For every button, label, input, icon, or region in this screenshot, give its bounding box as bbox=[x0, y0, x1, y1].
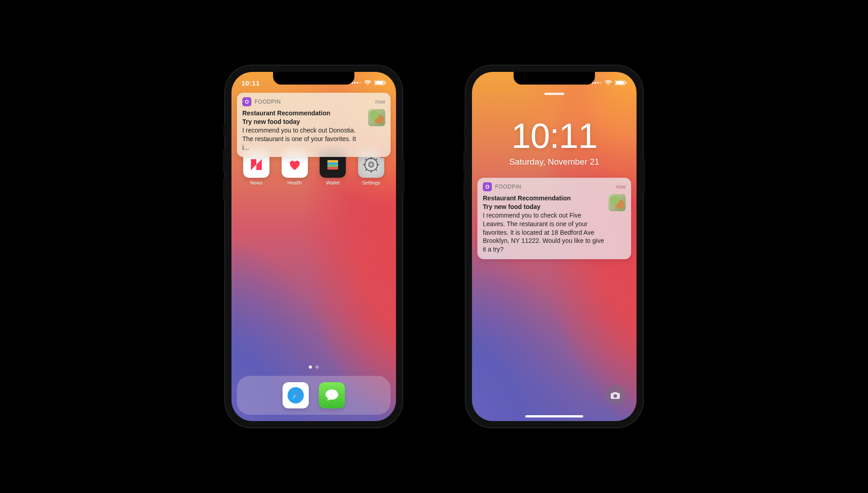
wifi-icon bbox=[364, 80, 372, 85]
cellular-signal-icon bbox=[351, 82, 361, 84]
safari-icon bbox=[285, 385, 306, 406]
lock-screen-time: 10:11 bbox=[472, 115, 637, 156]
svg-line-13 bbox=[375, 169, 377, 171]
notch bbox=[514, 72, 595, 85]
cellular-signal-icon bbox=[592, 82, 602, 84]
app-messages[interactable] bbox=[319, 382, 345, 408]
svg-point-17 bbox=[370, 163, 373, 166]
notification-subtitle: Try new food today bbox=[242, 118, 363, 126]
notification-message: I recommend you to check out Five Leaves… bbox=[483, 211, 604, 254]
notification-banner[interactable]: O FOODPIN now Restaurant Recommendation … bbox=[477, 178, 631, 259]
svg-rect-23 bbox=[616, 81, 624, 85]
notch bbox=[273, 72, 354, 85]
notification-title: Restaurant Recommendation bbox=[242, 109, 363, 118]
camera-button[interactable] bbox=[605, 385, 626, 406]
page-dot-active bbox=[309, 365, 312, 369]
mute-switch[interactable] bbox=[464, 124, 466, 137]
notification-app-icon-letter: O bbox=[486, 184, 490, 190]
messages-icon bbox=[323, 387, 340, 404]
volume-up-button[interactable] bbox=[223, 149, 226, 173]
app-label: News bbox=[250, 180, 263, 185]
lock-indicator-icon bbox=[544, 93, 564, 95]
app-label: Wallet bbox=[326, 180, 340, 185]
volume-down-button[interactable] bbox=[223, 178, 226, 201]
svg-line-14 bbox=[365, 169, 367, 171]
power-button[interactable] bbox=[642, 158, 645, 194]
notification-banner[interactable]: O FOODPIN now Restaurant Recommendation … bbox=[237, 93, 391, 157]
notification-time: now bbox=[616, 184, 626, 190]
battery-icon bbox=[374, 80, 386, 85]
notification-header: O FOODPIN now bbox=[242, 97, 385, 106]
notification-app-icon: O bbox=[483, 182, 492, 191]
notification-subtitle: Try new food today bbox=[483, 203, 604, 211]
volume-up-button[interactable] bbox=[463, 149, 466, 173]
notification-app-icon: O bbox=[242, 97, 251, 106]
svg-rect-1 bbox=[375, 81, 383, 85]
app-label: Settings bbox=[362, 180, 380, 185]
notification-body: Restaurant Recommendation Try new food t… bbox=[483, 194, 626, 254]
page-indicator[interactable] bbox=[231, 365, 396, 369]
camera-icon bbox=[610, 391, 620, 400]
power-button[interactable] bbox=[402, 158, 405, 194]
phone-home-screen: 10:11 O FOODPIN now Restaurant Recommend… bbox=[225, 66, 402, 427]
screen: 10:11 Saturday, November 21 O FOODPIN no… bbox=[472, 72, 637, 421]
status-icons bbox=[351, 80, 386, 85]
dock bbox=[237, 376, 391, 415]
notification-header: O FOODPIN now bbox=[483, 182, 626, 191]
status-time: 10:11 bbox=[241, 79, 269, 87]
status-icons bbox=[592, 80, 627, 85]
volume-down-button[interactable] bbox=[463, 178, 466, 201]
screen: 10:11 O FOODPIN now Restaurant Recommend… bbox=[231, 72, 396, 421]
notification-title: Restaurant Recommendation bbox=[483, 194, 604, 203]
notification-time: now bbox=[375, 99, 385, 105]
notification-app-name: FOODPIN bbox=[255, 99, 372, 105]
notification-thumbnail bbox=[368, 109, 385, 126]
battery-icon bbox=[615, 80, 627, 85]
svg-line-15 bbox=[375, 159, 377, 161]
wifi-icon bbox=[604, 80, 612, 85]
svg-rect-24 bbox=[625, 82, 626, 84]
app-safari[interactable] bbox=[283, 382, 309, 408]
svg-line-12 bbox=[365, 159, 367, 161]
notification-app-name: FOODPIN bbox=[495, 184, 613, 190]
notification-thumbnail bbox=[609, 194, 626, 211]
notification-body: Restaurant Recommendation Try new food t… bbox=[242, 109, 385, 152]
page-dot bbox=[316, 365, 319, 369]
notification-message: I recommend you to check out Donostia. T… bbox=[242, 126, 363, 152]
svg-rect-2 bbox=[385, 82, 386, 84]
notification-app-icon-letter: O bbox=[245, 99, 249, 104]
lock-screen-date: Saturday, November 21 bbox=[472, 157, 637, 167]
phone-lock-screen: 10:11 Saturday, November 21 O FOODPIN no… bbox=[466, 66, 643, 427]
mute-switch[interactable] bbox=[223, 124, 226, 137]
svg-rect-6 bbox=[327, 167, 338, 170]
notification-text: Restaurant Recommendation Try new food t… bbox=[242, 109, 363, 152]
notification-text: Restaurant Recommendation Try new food t… bbox=[483, 194, 604, 254]
home-indicator[interactable] bbox=[525, 415, 583, 417]
app-label: Health bbox=[288, 180, 302, 185]
